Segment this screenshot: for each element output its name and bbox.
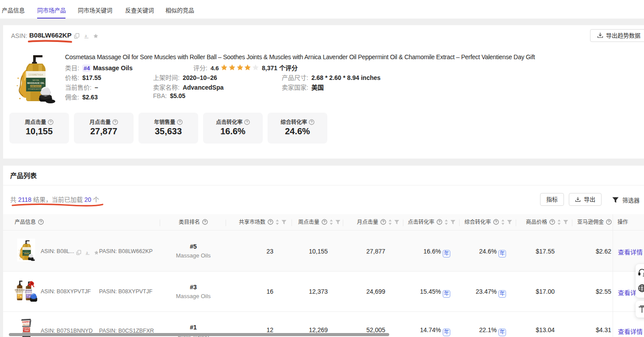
svg-text:a: a [85,33,87,38]
svg-text:a: a [86,250,88,255]
